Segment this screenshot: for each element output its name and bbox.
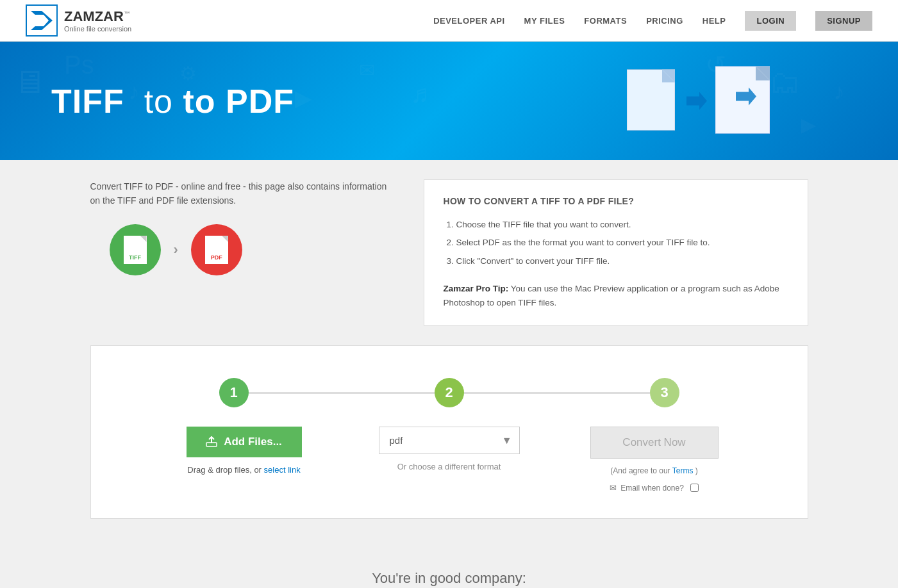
pdf-icon-circle: PDF (191, 224, 242, 275)
nav-my-files[interactable]: MY FILES (524, 16, 565, 26)
svg-marker-17 (686, 92, 707, 110)
how-to-steps: Choose the TIFF file that you want to co… (444, 216, 788, 270)
nav-links: DEVELOPER API MY FILES FORMATS PRICING H… (433, 11, 872, 31)
step-3-indicator: 3 (650, 378, 679, 407)
format-icons: TIFF › PDF (90, 224, 398, 275)
nav-pricing[interactable]: PRICING (646, 16, 683, 26)
select-link[interactable]: select link (264, 465, 301, 475)
nav-help[interactable]: HELP (703, 16, 726, 26)
pro-tip: Zamzar Pro Tip: You can use the Mac Prev… (444, 282, 788, 309)
hero-arrow-icon (686, 92, 707, 110)
format-select-wrapper: pdf ▼ (379, 427, 520, 454)
svg-text:🗂: 🗂 (769, 64, 801, 100)
upload-icon (206, 436, 217, 448)
steps-actions: Add Files... Drag & drop files, or selec… (117, 427, 782, 493)
step-1-indicator: 1 (219, 378, 249, 407)
email-checkbox[interactable] (690, 484, 699, 492)
navbar: ZAMZAR™ Online file conversion DEVELOPER… (0, 0, 898, 42)
step-1-col: Add Files... Drag & drop files, or selec… (142, 427, 347, 475)
tiff-label: TIFF (129, 254, 141, 261)
chevron-right-icon: › (174, 241, 178, 258)
agree-suffix: ) (695, 466, 698, 475)
svg-text:🖥: 🖥 (13, 64, 45, 100)
hero-title: TIFF to to PDF (51, 82, 294, 120)
bottom-section: You're in good company: Zamzar has conve… (90, 544, 808, 588)
svg-text:♬: ♬ (410, 79, 429, 108)
steps-row: 1 2 3 (117, 378, 782, 407)
converter-box: 1 2 3 Add Files... Drag & drop files (90, 345, 808, 519)
top-section: Convert TIFF to PDF - online and free - … (90, 179, 808, 326)
login-button[interactable]: LOGIN (745, 11, 796, 31)
step-line-1 (249, 392, 435, 394)
how-to-step-3: Click "Convert" to convert your TIFF fil… (456, 252, 788, 270)
email-icon: ✉ (610, 483, 617, 493)
main-content: Convert TIFF to PDF - online and free - … (65, 160, 834, 588)
how-to-title: HOW TO CONVERT A TIFF TO A PDF FILE? (444, 196, 788, 206)
svg-text:Ps: Ps (64, 51, 94, 79)
hero-file-icon-1 (627, 69, 675, 130)
logo-link[interactable]: ZAMZAR™ Online file conversion (26, 4, 131, 37)
choose-format-text: Or choose a different format (397, 462, 501, 471)
logo-text: ZAMZAR™ (64, 8, 130, 24)
logo-icon (26, 4, 58, 37)
step-2-indicator: 2 (435, 378, 464, 407)
tiff-icon-circle: TIFF (110, 224, 161, 275)
how-to-step-1: Choose the TIFF file that you want to co… (456, 216, 788, 234)
signup-button[interactable]: SIGNUP (815, 11, 872, 31)
svg-text:⚙: ⚙ (179, 63, 197, 84)
tiff-doc-shape: TIFF (124, 236, 147, 264)
hero-file-icon-2 (715, 66, 770, 133)
step-line-2 (464, 392, 650, 394)
nav-formats[interactable]: FORMATS (584, 16, 627, 26)
svg-text:✉: ✉ (359, 60, 375, 81)
pro-tip-label: Zamzar Pro Tip: (444, 284, 509, 293)
bottom-tagline: You're in good company: (90, 570, 808, 587)
left-info-panel: Convert TIFF to PDF - online and free - … (90, 179, 398, 326)
svg-text:▶: ▶ (801, 114, 816, 135)
hero-from-format: TIFF (51, 83, 124, 120)
pdf-label: PDF (211, 254, 222, 261)
add-files-button[interactable]: Add Files... (187, 427, 302, 457)
step-2-col: pdf ▼ Or choose a different format (347, 427, 552, 471)
convert-now-button[interactable]: Convert Now (590, 427, 719, 459)
add-files-label: Add Files... (224, 436, 282, 448)
bottom-text-1: You're in good company: (372, 570, 526, 586)
nav-developer-api[interactable]: DEVELOPER API (433, 16, 504, 26)
drag-drop-text: Drag & drop files, or select link (187, 465, 300, 475)
agree-text: (And agree to our Terms ) (610, 466, 698, 475)
svg-text:♪: ♪ (833, 79, 845, 104)
agree-prefix: (And agree to our (610, 466, 670, 475)
hero-to-format: to PDF (183, 83, 294, 120)
description-text: Convert TIFF to PDF - online and free - … (90, 179, 398, 208)
email-row: ✉ Email when done? (610, 483, 699, 493)
hero-banner: 🖥 Ps ♪ ⚙ ▶ ✉ ♬ 🗂 ↺ ♪ ▶ TIFF to to PDF (0, 42, 898, 160)
hero-file-visual (627, 66, 770, 136)
logo-subtext: Online file conversion (64, 25, 131, 33)
svg-text:▶: ▶ (295, 85, 312, 110)
how-to-box: HOW TO CONVERT A TIFF TO A PDF FILE? Cho… (424, 179, 808, 326)
drag-text-label: Drag & drop files, or (187, 465, 262, 475)
email-label: Email when done? (620, 484, 684, 493)
pdf-doc-shape: PDF (205, 236, 228, 264)
format-select[interactable]: pdf (379, 427, 520, 454)
hero-to-label: to (144, 83, 183, 120)
how-to-step-2: Select PDF as the the format you want to… (456, 234, 788, 252)
terms-link[interactable]: Terms (672, 466, 694, 475)
step-3-col: Convert Now (And agree to our Terms ) ✉ … (552, 427, 757, 493)
